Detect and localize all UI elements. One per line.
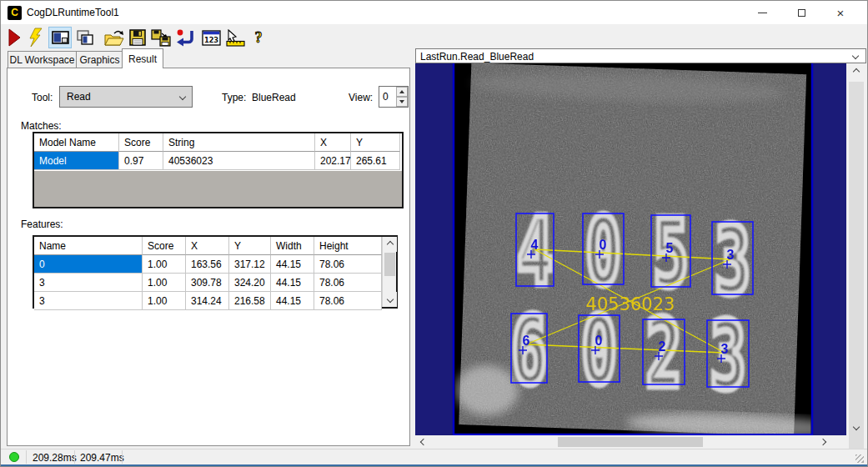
matches-body: Model0.9740536023202.17265.61 <box>34 152 402 170</box>
windows-button[interactable] <box>74 27 96 48</box>
minimize-button[interactable] <box>743 1 781 24</box>
chevron-left-icon <box>420 439 427 445</box>
table-row: 31.00309.78324.2044.1578.06 <box>34 274 396 292</box>
app-window: C CogDLRuntimeTool1 × <box>0 0 868 467</box>
svg-text:6: 6 <box>523 334 530 348</box>
toolbar: 123 ? <box>1 24 867 48</box>
chevron-up-icon <box>853 68 860 75</box>
column-header[interactable]: Model Name <box>34 133 119 152</box>
table-cell[interactable]: 44.15 <box>271 255 314 274</box>
table-cell[interactable]: 1.00 <box>143 274 186 292</box>
matches-table: Model NameScoreStringXY Model0.974053602… <box>33 132 404 208</box>
table-cell[interactable]: 78.06 <box>314 255 382 274</box>
table-row: 01.00163.56317.1244.1578.06 <box>34 255 396 274</box>
column-header[interactable]: X <box>315 133 351 152</box>
table-cell[interactable]: 78.06 <box>314 274 382 292</box>
table-cell[interactable]: 317.12 <box>229 255 271 274</box>
table-cell[interactable]: 265.61 <box>351 152 400 170</box>
tab-dl-workspace[interactable]: DL Workspace <box>8 51 77 68</box>
close-button[interactable]: × <box>821 1 860 24</box>
table-cell[interactable]: 44.15 <box>271 274 314 292</box>
table-cell[interactable]: 78.06 <box>314 292 382 310</box>
view-spin-up-button[interactable] <box>396 87 408 97</box>
column-header[interactable]: X <box>186 237 229 255</box>
column-header[interactable]: Score <box>119 133 163 152</box>
status-separator <box>26 450 27 464</box>
scroll-up-button[interactable] <box>846 65 866 78</box>
save-button[interactable] <box>127 27 148 48</box>
column-header[interactable]: String <box>163 133 315 152</box>
image-display[interactable]: 40536023 40536023 40536023 <box>415 63 846 435</box>
horizontal-scroll-thumb[interactable] <box>558 437 703 447</box>
table-cell[interactable]: 314.24 <box>186 292 229 310</box>
resize-grip[interactable] <box>855 454 864 463</box>
status-ok-indicator <box>9 452 19 462</box>
table-cell[interactable]: Model <box>34 152 119 170</box>
lightning-icon <box>28 28 44 48</box>
live-run-button[interactable] <box>27 27 45 48</box>
scroll-down-button[interactable] <box>846 420 866 434</box>
column-header[interactable]: Y <box>351 133 400 152</box>
save-as-button[interactable] <box>149 27 173 48</box>
image-display-button[interactable] <box>48 27 72 48</box>
result-string-overlay: 40536023 <box>586 294 675 314</box>
table-cell[interactable]: 309.78 <box>186 274 229 292</box>
matches-empty-area <box>34 171 402 207</box>
features-header-row: NameScoreXYWidthHeight <box>34 237 396 255</box>
table-cell[interactable]: 40536023 <box>163 152 315 170</box>
column-header[interactable]: Y <box>229 237 271 255</box>
display-vertical-scrollbar[interactable] <box>846 63 866 435</box>
open-button[interactable] <box>102 27 125 48</box>
table-row: Model0.9740536023202.17265.61 <box>34 152 402 170</box>
svg-text:2: 2 <box>659 339 666 354</box>
tool-combobox[interactable]: Read <box>59 86 193 108</box>
table-cell[interactable]: 3 <box>34 292 143 310</box>
maximize-button[interactable] <box>782 1 820 24</box>
windows-icon <box>77 30 94 46</box>
display-horizontal-scrollbar[interactable] <box>415 435 846 449</box>
tab-graphics[interactable]: Graphics <box>76 51 123 68</box>
svg-text:5: 5 <box>666 241 674 255</box>
features-scroll-thumb[interactable] <box>384 253 395 276</box>
table-cell[interactable]: 0.97 <box>119 152 163 170</box>
column-header[interactable]: Width <box>271 237 314 255</box>
status-separator <box>74 450 75 464</box>
numeric-123-icon: 123 <box>202 30 221 46</box>
reset-button[interactable] <box>173 27 197 48</box>
features-scroll-up-button[interactable] <box>383 237 397 252</box>
view-spin-down-button[interactable] <box>396 97 408 107</box>
table-cell[interactable]: 0 <box>34 255 143 274</box>
tab-result[interactable]: Result <box>122 48 163 68</box>
scroll-right-button[interactable] <box>816 435 830 449</box>
chevron-down-icon <box>853 424 860 430</box>
view-spinner[interactable]: 0 <box>379 86 409 108</box>
scroll-left-button[interactable] <box>417 435 430 449</box>
save-icon <box>129 29 146 46</box>
table-cell[interactable]: 1.00 <box>143 255 186 274</box>
help-button[interactable]: ? <box>249 27 268 48</box>
column-header[interactable]: Score <box>143 237 186 255</box>
column-header[interactable]: Height <box>314 237 382 255</box>
run-button[interactable] <box>6 27 23 48</box>
table-cell[interactable]: 324.20 <box>229 274 271 292</box>
table-cell[interactable]: 44.15 <box>271 292 314 310</box>
table-cell[interactable]: 1.00 <box>143 292 186 310</box>
column-header[interactable]: Name <box>34 237 143 255</box>
display-source-combobox[interactable]: LastRun.Read_BlueRead <box>415 48 866 63</box>
vertical-scroll-thumb[interactable] <box>849 82 864 449</box>
numeric-results-button[interactable]: 123 <box>200 27 222 48</box>
matches-label: Matches: <box>21 120 62 132</box>
window-title: CogDLRuntimeTool1 <box>27 7 119 18</box>
matches-header-row: Model NameScoreStringXY <box>34 133 402 152</box>
features-body: 01.00163.56317.1244.1578.0631.00309.7832… <box>34 255 396 310</box>
chevron-down-icon <box>852 53 859 59</box>
measure-button[interactable] <box>223 27 247 48</box>
table-cell[interactable]: 216.58 <box>229 292 271 310</box>
features-scroll-down-button[interactable] <box>383 292 397 307</box>
table-cell[interactable]: 163.56 <box>186 255 229 274</box>
chevron-down-icon <box>386 296 393 303</box>
table-cell[interactable]: 202.17 <box>315 152 351 170</box>
table-cell[interactable]: 3 <box>34 274 143 292</box>
features-scrollbar[interactable] <box>382 237 396 307</box>
svg-text:3: 3 <box>721 342 729 356</box>
